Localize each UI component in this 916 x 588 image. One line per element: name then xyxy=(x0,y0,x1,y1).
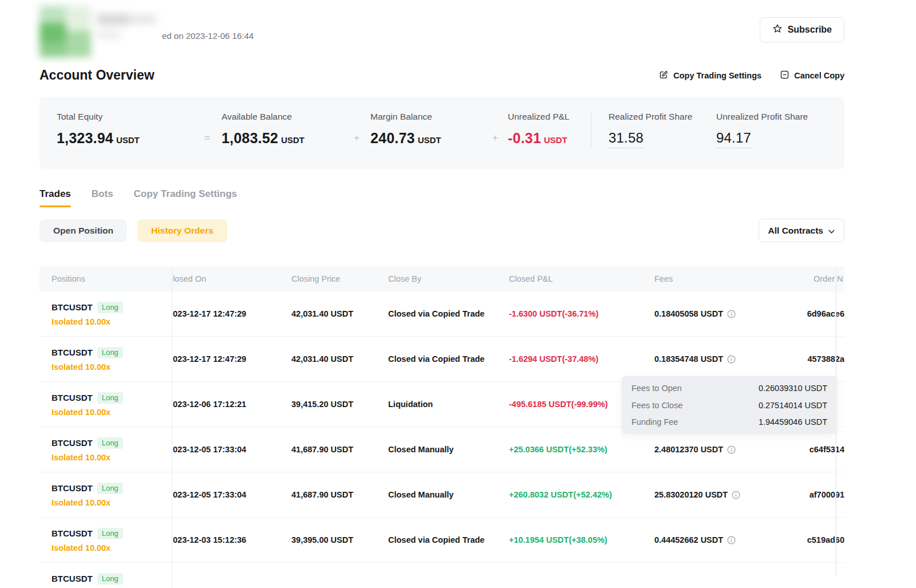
order-cell: af700091 xyxy=(796,490,844,499)
account-stats-panel: Total Equity 1,323.94USDT = Available Ba… xyxy=(40,97,844,169)
star-icon xyxy=(772,23,783,36)
fee-info-icon[interactable] xyxy=(727,310,736,318)
closed-on-cell: 023-12-06 17:12:21 xyxy=(172,400,291,409)
fees-value: 2.48012370 USDT xyxy=(654,445,723,454)
tooltip-label: Funding Fee xyxy=(631,417,678,427)
order-cell: c519ad60 xyxy=(796,535,844,544)
plus-operator: + xyxy=(483,112,508,144)
closing-price-cell: 42,031.40 USDT xyxy=(291,354,388,364)
table-row: BTCUSDTLong Isolated 10.00x 023-12-17 12… xyxy=(40,337,844,382)
stat-unrealized-pnl: Unrealized P&L -0.31USDT xyxy=(508,112,585,147)
open-position-button[interactable]: Open Position xyxy=(40,219,127,242)
fees-cell: 0.18405058 USDT xyxy=(654,309,796,318)
header-closing-price: Closing Price xyxy=(291,274,388,283)
edit-icon xyxy=(659,70,669,81)
fee-info-icon[interactable] xyxy=(727,536,736,544)
position-pair: BTCUSDT xyxy=(52,392,93,402)
side-badge: Long xyxy=(97,528,123,539)
stat-value[interactable]: 31.58 xyxy=(609,130,643,148)
stat-value: 1,083.52 xyxy=(222,130,278,146)
side-badge: Long xyxy=(97,392,123,404)
history-orders-button[interactable]: History Orders xyxy=(137,219,227,242)
tooltip-value: 0.27514014 USDT xyxy=(759,401,827,410)
closing-price-cell: 39,415.20 USDT xyxy=(291,400,388,409)
position-cell: BTCUSDTLong Isolated 10.00x xyxy=(40,347,172,372)
stat-available-balance: Available Balance 1,083.52USDT xyxy=(222,112,343,147)
overview-header: Account Overview Copy Trading Settings C… xyxy=(40,68,844,83)
subscribe-button[interactable]: Subscribe xyxy=(760,17,844,42)
stat-unrealized-profit-share: Unrealized Profit Share 94.17 xyxy=(716,112,827,148)
stat-value: -0.31 xyxy=(508,130,541,146)
order-cell: c64f5314 xyxy=(796,445,844,454)
equals-operator: = xyxy=(193,112,222,144)
fee-info-icon[interactable] xyxy=(727,445,736,454)
position-pair: BTCUSDT xyxy=(52,437,93,447)
position-margin: Isolated 10.00x xyxy=(52,453,172,462)
stat-label: Margin Balance xyxy=(370,112,483,122)
stat-label: Unrealized P&L xyxy=(508,112,585,122)
stat-value[interactable]: 94.17 xyxy=(716,130,751,148)
position-cell: BTCUSDTLong Isolated 10.00x xyxy=(40,573,172,588)
closed-pnl-cell: +10.1954 USDT(+38.05%) xyxy=(509,535,654,544)
closing-price-cell: 39,395.00 USDT xyxy=(291,535,388,544)
closing-price-cell: 41,687.90 USDT xyxy=(291,490,388,499)
stat-unit: USDT xyxy=(418,135,441,145)
position-margin: Isolated 10.00x xyxy=(52,362,172,372)
all-contracts-dropdown[interactable]: All Contracts xyxy=(759,219,844,242)
position-pair: BTCUSDT xyxy=(52,528,93,538)
order-cell: 4573882a xyxy=(796,354,844,364)
closed-pnl-cell: -1.6294 USDT(-37.48%) xyxy=(509,354,654,364)
position-cell: BTCUSDTLong Isolated 10.00x xyxy=(40,483,172,507)
header-close-by: Close By xyxy=(388,274,509,283)
header-closed-on: losed On xyxy=(172,274,291,283)
cancel-copy-link[interactable]: Cancel Copy xyxy=(780,70,844,81)
header-fees: Fees xyxy=(654,274,796,283)
avatar xyxy=(40,6,156,57)
closed-on-cell: 023-12-17 12:47:29 xyxy=(172,354,291,364)
fee-info-icon[interactable] xyxy=(732,491,740,499)
header-positions: Positions xyxy=(40,274,172,283)
fee-info-icon[interactable] xyxy=(727,355,736,364)
closed-on-cell: 023-12-05 17:33:04 xyxy=(172,445,291,454)
fees-breakdown-tooltip: Fees to Open 0.26039310 USDT Fees to Clo… xyxy=(622,376,837,434)
stat-unit: USDT xyxy=(544,135,567,145)
close-by-cell: Closed via Copied Trade xyxy=(388,309,509,318)
minus-square-icon xyxy=(780,70,789,81)
stat-value: 240.73 xyxy=(370,130,415,146)
table-row: BTCUSDTLong Isolated 10.00x 023-12-03 15… xyxy=(40,518,844,563)
tooltip-row: Fees to Open 0.26039310 USDT xyxy=(631,384,827,393)
side-badge: Long xyxy=(97,347,123,358)
side-badge: Long xyxy=(97,483,123,494)
closing-price-cell: 42,031.40 USDT xyxy=(291,309,388,318)
fees-cell: 2.48012370 USDT xyxy=(654,445,796,454)
copy-trading-settings-label: Copy Trading Settings xyxy=(673,71,761,80)
sticky-column-divider xyxy=(172,266,172,588)
tab-bots[interactable]: Bots xyxy=(92,188,113,207)
top-bar: ed on 2023-12-06 16:44 Subscribe xyxy=(40,0,844,60)
stat-label: Available Balance xyxy=(222,112,343,122)
position-cell: BTCUSDTLong Isolated 10.00x xyxy=(40,437,172,462)
tab-copy-trading-settings[interactable]: Copy Trading Settings xyxy=(134,188,237,207)
stat-margin-balance: Margin Balance 240.73USDT xyxy=(370,112,483,147)
vertical-divider xyxy=(591,113,591,148)
all-contracts-label: All Contracts xyxy=(768,226,823,236)
fees-value: 0.18354748 USDT xyxy=(654,354,723,364)
stat-label: Unrealized Profit Share xyxy=(716,112,827,122)
header-closed-pnl: Closed P&L xyxy=(509,274,654,283)
header-order-no: Order N xyxy=(796,274,844,283)
tooltip-value: 1.94459046 USDT xyxy=(759,417,827,427)
fees-value: 0.18405058 USDT xyxy=(654,309,723,318)
chevron-down-icon xyxy=(828,226,835,236)
position-cell: BTCUSDTLong Isolated 10.00x xyxy=(40,302,172,326)
copy-trading-settings-link[interactable]: Copy Trading Settings xyxy=(659,70,761,81)
tooltip-value: 0.26039310 USDT xyxy=(759,384,827,393)
fees-cell: 0.18354748 USDT xyxy=(654,354,796,364)
closed-pnl-cell: +260.8032 USDT(+52.42%) xyxy=(509,490,654,499)
close-by-cell: Liquidation xyxy=(388,400,509,409)
closed-on-cell: 023-12-05 17:33:04 xyxy=(172,490,291,499)
tab-trades[interactable]: Trades xyxy=(40,188,71,207)
position-pair: BTCUSDT xyxy=(52,573,93,583)
stat-label: Total Equity xyxy=(57,112,193,122)
tooltip-row: Funding Fee 1.94459046 USDT xyxy=(631,417,827,427)
cancel-copy-label: Cancel Copy xyxy=(794,71,844,80)
